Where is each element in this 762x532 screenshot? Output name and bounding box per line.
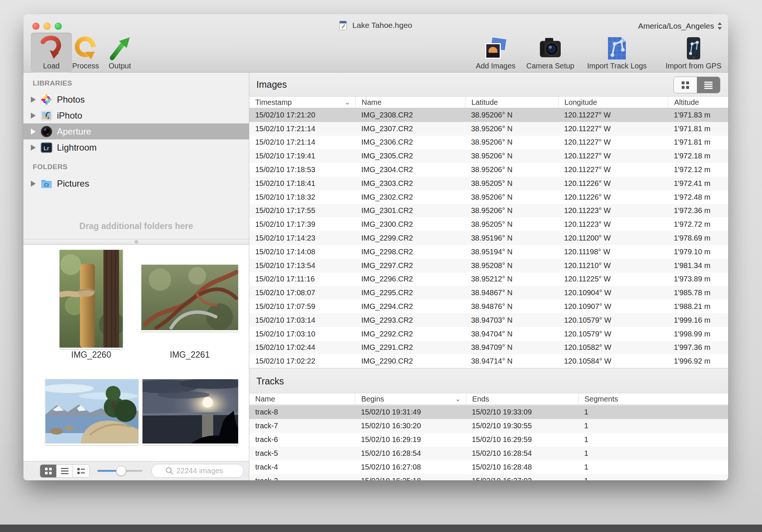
sidebar-item-label: Pictures (57, 178, 89, 189)
column-header-begins[interactable]: Begins⌄ (355, 393, 466, 404)
image-row[interactable]: 15/02/10 17:13:54 IMG_2297.CR2 38.95208°… (249, 259, 728, 273)
import-from-gps-button[interactable]: Import from GPS (658, 33, 728, 70)
sidebar-item-label: iPhoto (57, 110, 82, 121)
grid-view-button[interactable] (40, 465, 57, 477)
image-row[interactable]: 15/02/10 17:21:14 IMG_2307.CR2 38.95206°… (249, 122, 728, 136)
disclosure-triangle-icon[interactable] (31, 145, 36, 151)
image-row[interactable]: 15/02/10 17:19:41 IMG_2305.CR2 38.95206°… (249, 149, 728, 163)
cell-name: IMG_2297.CR2 (355, 259, 465, 273)
images-section-header: Images (249, 72, 728, 97)
cell-timestamp: 15/02/10 17:21:20 (249, 108, 355, 122)
import-track-logs-icon (582, 33, 652, 60)
cell-latitude: 38.94876° N (465, 300, 558, 313)
column-header-track-name[interactable]: Name (249, 393, 355, 404)
image-row[interactable]: 15/02/10 17:07:59 IMG_2294.CR2 38.94876°… (249, 300, 728, 313)
track-row[interactable]: track-6 15/02/10 16:29:19 15/02/10 16:29… (249, 433, 728, 446)
image-row[interactable]: 15/02/10 17:14:08 IMG_2298.CR2 38.95194°… (249, 245, 728, 259)
image-row[interactable]: 15/02/10 17:03:14 IMG_2293.CR2 38.94703°… (249, 313, 728, 327)
cell-name: IMG_2304.CR2 (355, 163, 465, 177)
cell-latitude: 38.94703° N (465, 313, 558, 327)
add-images-button[interactable]: Add Images (471, 33, 520, 70)
image-row[interactable]: 15/02/10 17:02:22 IMG_2290.CR2 38.94714°… (249, 354, 728, 368)
thumbnail-img-2260[interactable] (60, 250, 123, 349)
cell-ends: 15/02/10 16:27:03 (466, 474, 578, 480)
cell-segments: 1 (578, 405, 728, 419)
sidebar-item-iphoto[interactable]: iPhoto (23, 107, 249, 123)
window-title: Lake Tahoe.hgeo (352, 21, 412, 29)
search-icon (166, 467, 173, 475)
cell-altitude: 1'973.89 m (668, 273, 728, 286)
svg-text:Lr: Lr (44, 145, 49, 151)
list-icon (704, 81, 713, 89)
cell-longitude: 120.10579° W (558, 327, 668, 341)
disclosure-triangle-icon[interactable] (31, 113, 36, 119)
thumbnail-size-slider[interactable] (97, 464, 143, 477)
track-row[interactable]: track-4 15/02/10 16:27:08 15/02/10 16:28… (249, 460, 728, 474)
list-view-button[interactable] (57, 465, 73, 477)
column-header-segments[interactable]: Segments (578, 393, 728, 404)
detail-list-icon (77, 467, 85, 475)
column-header-timestamp[interactable]: Timestamp⌄ (249, 97, 355, 108)
thumbnail-sunset[interactable] (143, 379, 238, 445)
detail-view-button[interactable] (73, 465, 89, 477)
cell-altitude: 1'972.48 m (668, 190, 728, 204)
document-icon (339, 21, 347, 32)
images-list-view-button[interactable] (697, 77, 720, 93)
sidebar-item-pictures[interactable]: Pictures (23, 175, 249, 191)
cell-altitude: 1'981.34 m (668, 259, 728, 273)
cell-track-name: track-8 (249, 405, 355, 419)
column-header-name[interactable]: Name (355, 97, 465, 108)
image-row[interactable]: 15/02/10 17:02:44 IMG_2291.CR2 38.94709°… (249, 341, 728, 355)
slider-knob[interactable] (116, 466, 126, 476)
grid-icon (45, 467, 52, 475)
image-row[interactable]: 15/02/10 17:17:39 IMG_2300.CR2 38.95205°… (249, 217, 728, 231)
import-track-logs-button[interactable]: Import Track Logs (582, 33, 652, 70)
column-header-longitude[interactable]: Longitude (558, 97, 668, 108)
track-row[interactable]: track-7 15/02/10 16:30:20 15/02/10 19:30… (249, 419, 728, 433)
column-header-ends[interactable]: Ends (466, 393, 578, 404)
thumbnail-lakeshore[interactable] (45, 379, 138, 445)
image-row[interactable]: 15/02/10 17:03:10 IMG_2292.CR2 38.94704°… (249, 327, 728, 341)
title-toolbar[interactable]: Lake Tahoe.hgeo America/Los_Angeles Load… (23, 14, 728, 72)
image-row[interactable]: 15/02/10 17:18:32 IMG_2302.CR2 38.95206°… (249, 190, 728, 204)
cell-longitude: 120.10584° W (558, 354, 668, 368)
image-row[interactable]: 15/02/10 17:08:07 IMG_2295.CR2 38.94867°… (249, 286, 728, 300)
output-button[interactable]: Output (99, 33, 140, 70)
column-header-altitude[interactable]: Altitude (668, 97, 728, 108)
cell-timestamp: 15/02/10 17:18:53 (249, 163, 355, 177)
cell-latitude: 38.94709° N (465, 341, 558, 355)
cell-begins: 15/02/10 16:30:20 (355, 419, 466, 433)
image-row[interactable]: 15/02/10 17:14:23 IMG_2299.CR2 38.95196°… (249, 231, 728, 245)
cell-altitude: 1'998.99 m (668, 327, 728, 341)
disclosure-triangle-icon[interactable] (31, 129, 36, 135)
disclosure-triangle-icon[interactable] (31, 181, 36, 187)
cell-segments: 1 (578, 419, 728, 433)
column-header-latitude[interactable]: Latitude (465, 97, 558, 108)
image-row[interactable]: 15/02/10 17:11:16 IMG_2296.CR2 38.95212°… (249, 273, 728, 286)
thumbnail-img-2261[interactable] (141, 265, 238, 332)
cell-name: IMG_2306.CR2 (355, 136, 465, 149)
cell-name: IMG_2299.CR2 (355, 231, 465, 245)
import-from-gps-icon (658, 33, 728, 60)
timezone-selector[interactable]: America/Los_Angeles (638, 22, 722, 30)
image-row[interactable]: 15/02/10 17:21:14 IMG_2306.CR2 38.95206°… (249, 136, 728, 149)
cell-name: IMG_2292.CR2 (355, 327, 465, 341)
sidebar-item-lightroom[interactable]: Lr Lightroom (23, 139, 249, 155)
cell-begins: 15/02/10 16:29:19 (355, 433, 466, 446)
track-row[interactable]: track-8 15/02/10 19:31:49 15/02/10 19:33… (249, 405, 728, 419)
track-row[interactable]: track-5 15/02/10 16:28:54 15/02/10 16:28… (249, 446, 728, 460)
disclosure-triangle-icon[interactable] (31, 97, 36, 103)
image-row[interactable]: 15/02/10 17:21:20 IMG_2308.CR2 38.95206°… (249, 108, 728, 122)
sidebar-splitter[interactable] (23, 239, 249, 245)
track-row[interactable]: track-3 15/02/10 16:25:18 15/02/10 16:27… (249, 474, 728, 480)
image-row[interactable]: 15/02/10 17:17:55 IMG_2301.CR2 38.95206°… (249, 204, 728, 218)
camera-setup-button[interactable]: Camera Setup (524, 33, 576, 70)
sidebar-item-photos[interactable]: Photos (23, 91, 249, 107)
cell-name: IMG_2302.CR2 (355, 190, 465, 204)
sidebar-item-aperture[interactable]: Aperture (23, 123, 249, 139)
image-row[interactable]: 15/02/10 17:18:41 IMG_2303.CR2 38.95205°… (249, 177, 728, 190)
images-grid-view-button[interactable] (674, 77, 697, 93)
cell-latitude: 38.95206° N (465, 108, 558, 122)
cell-altitude: 1'971.83 m (668, 108, 728, 122)
image-row[interactable]: 15/02/10 17:18:53 IMG_2304.CR2 38.95206°… (249, 163, 728, 177)
